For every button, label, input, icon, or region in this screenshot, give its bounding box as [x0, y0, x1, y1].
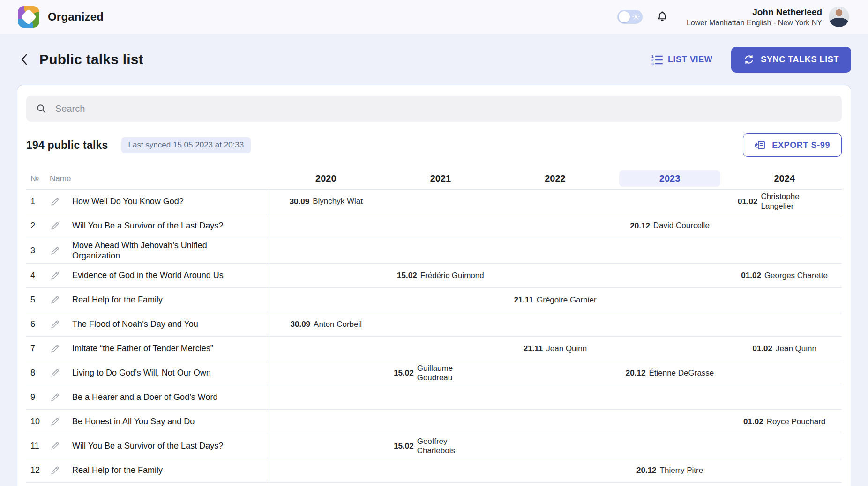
assignment-speaker: Étienne DeGrasse [649, 368, 714, 378]
assignment-cell-2021 [383, 337, 498, 361]
table-header-row: № Name 20202021202220232024 [26, 168, 842, 190]
sync-button-label: SYNC TALKS LIST [761, 55, 839, 65]
talk-name: Will You Be a Survivor of the Last Days? [72, 441, 223, 451]
assignment-speaker: Christophe Langelier [761, 192, 831, 211]
edit-talk-button[interactable] [50, 271, 60, 281]
pencil-icon [50, 197, 60, 207]
table-body: 1 How Well Do You Know God? 30.09Blynchy… [26, 190, 842, 483]
assignment-cell-2022 [498, 385, 613, 409]
assignment-cell-2021 [383, 214, 498, 238]
assignment-date: 15.02 [394, 442, 414, 451]
row-number: 4 [26, 271, 50, 280]
assignment-cell-2021 [383, 410, 498, 434]
edit-talk-button[interactable] [50, 392, 60, 403]
talk-name: Real Help for the Family [72, 295, 163, 305]
column-header-year-2021[interactable]: 2021 [383, 173, 498, 184]
assignment-cell-2022 [498, 410, 613, 434]
search-bar [26, 96, 842, 122]
column-header-year-2020[interactable]: 2020 [269, 173, 383, 184]
assignment-cell-2023 [613, 410, 727, 434]
edit-talk-button[interactable] [50, 319, 60, 330]
assignment-cell-2024 [727, 385, 842, 409]
edit-talk-button[interactable] [50, 246, 60, 256]
column-header-year-2023[interactable]: 2023 [613, 170, 727, 187]
meta-row: 194 public talks Last synced 15.05.2023 … [26, 133, 842, 157]
assignment-cell-2020 [269, 337, 383, 361]
app-name: Organized [48, 10, 104, 23]
talks-table: № Name 20202021202220232024 1 How Well D… [26, 168, 842, 483]
talk-name: Evidence of God in the World Around Us [72, 271, 224, 281]
assignment-cell-2024: 01.02Georges Charette [727, 264, 842, 287]
talk-name-cell: Will You Be a Survivor of the Last Days? [50, 219, 269, 234]
list-view-label: LIST VIEW [668, 55, 712, 65]
talk-name-cell: Be a Hearer and a Doer of God’s Word [50, 390, 269, 405]
pencil-icon [50, 465, 60, 476]
assignment-cell-2024 [727, 434, 842, 458]
list-view-button[interactable]: 123 LIST VIEW [651, 53, 712, 66]
pencil-icon [50, 417, 60, 427]
sync-talks-button[interactable]: SYNC TALKS LIST [731, 47, 851, 73]
row-number: 5 [26, 295, 50, 305]
edit-talk-button[interactable] [50, 344, 60, 354]
edit-talk-button[interactable] [50, 465, 60, 476]
assignment-date: 30.09 [290, 197, 310, 206]
talk-name: Real Help for the Family [72, 465, 163, 476]
user-name: John Netherleed [687, 7, 822, 17]
table-row: 9 Be a Hearer and a Doer of God’s Word [26, 385, 842, 410]
edit-talk-button[interactable] [50, 197, 60, 207]
app-logo[interactable] [18, 6, 39, 28]
table-row: 4 Evidence of God in the World Around Us… [26, 264, 842, 288]
assignment-speaker: Georges Charette [764, 271, 828, 280]
talk-name: Be a Hearer and a Doer of God’s Word [72, 392, 218, 403]
toggle-knob [619, 11, 630, 22]
edit-talk-button[interactable] [50, 295, 60, 305]
talk-name: Be Honest in All You Say and Do [72, 417, 195, 427]
talk-name-cell: Will You Be a Survivor of the Last Days? [50, 439, 269, 454]
edit-talk-button[interactable] [50, 441, 60, 451]
assignment-date: 20.12 [626, 368, 646, 378]
assignment-cell-2024: 01.02Jean Quinn [727, 337, 842, 361]
assignment-speaker: Jean Quinn [546, 344, 587, 353]
page-title: Public talks list [39, 52, 143, 67]
assignment-cell-2022: 21.11Grégoire Garnier [498, 288, 613, 312]
column-header-year-2024[interactable]: 2024 [727, 173, 842, 184]
assignment-cell-2020 [269, 434, 383, 458]
assignment-cell-2024 [727, 312, 842, 336]
top-bar: Organized [0, 0, 868, 34]
column-header-number: № [26, 174, 50, 184]
notifications-button[interactable] [656, 10, 669, 23]
assignment-cell-2023 [613, 385, 727, 409]
assignment-date: 01.02 [743, 417, 763, 427]
assignment-cell-2022: 21.11Jean Quinn [498, 337, 613, 361]
assignment-date: 15.02 [397, 271, 417, 280]
assignment-cell-2022 [498, 458, 613, 482]
assignment-speaker: Jean Quinn [776, 344, 816, 353]
edit-talk-button[interactable] [50, 417, 60, 427]
back-button[interactable] [17, 51, 32, 68]
assignment-cell-2024: 01.02Christophe Langelier [727, 190, 842, 214]
table-row: 7 Imitate “the Father of Tender Mercies”… [26, 337, 842, 361]
assignment-cell-2021 [383, 458, 498, 482]
edit-talk-button[interactable] [50, 368, 60, 378]
edit-talk-button[interactable] [50, 221, 60, 231]
user-congregation: Lower Manhattan English - New York NY [687, 19, 822, 27]
talks-count: 194 public talks [26, 139, 108, 152]
assignment-date: 21.11 [514, 295, 533, 305]
assignment-date: 21.11 [524, 344, 543, 353]
assignment-cell-2022 [498, 190, 613, 214]
pencil-icon [50, 271, 60, 281]
column-header-year-2022[interactable]: 2022 [498, 173, 613, 184]
search-input[interactable] [55, 103, 832, 114]
export-s99-button[interactable]: EXPORT S-99 [743, 133, 842, 157]
pencil-icon [50, 319, 60, 330]
table-row: 8 Living to Do God’s Will, Not Our Own 1… [26, 361, 842, 385]
avatar[interactable] [829, 7, 849, 27]
assignment-cell-2023 [613, 238, 727, 263]
assignment-cell-2021: 15.02Frédéric Guimond [383, 264, 498, 287]
user-menu[interactable]: John Netherleed Lower Manhattan English … [687, 7, 822, 27]
row-number: 7 [26, 344, 50, 353]
assignment-cell-2021 [383, 190, 498, 214]
assignment-cell-2020 [269, 288, 383, 312]
theme-toggle[interactable] [617, 10, 643, 24]
assignment-date: 01.02 [741, 271, 761, 280]
